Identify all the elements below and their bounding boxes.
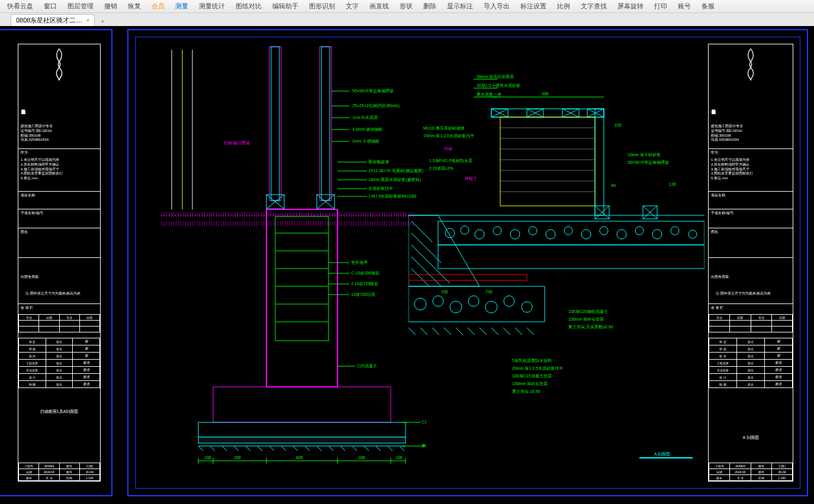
- svg-rect-140: [408, 286, 545, 322]
- svg-text:150mm 厚碎石垫层: 150mm 厚碎石垫层: [568, 317, 604, 321]
- meta-table-left: 工程号JK0903图号J·(页) 日期2024.03图号JD-04 版本专 业比…: [18, 463, 100, 481]
- menu-text[interactable]: 文字: [341, 1, 363, 12]
- svg-rect-23: [198, 422, 406, 437]
- svg-line-138: [411, 257, 441, 286]
- menu-undo[interactable]: 撤销: [99, 1, 122, 12]
- tab-title: 0808东星社区骑才二…: [16, 16, 82, 25]
- sig-table-left: 专业日期专业日期: [18, 314, 100, 332]
- svg-text:2.找坡层≥2%: 2.找坡层≥2%: [429, 166, 453, 170]
- svg-point-147: [522, 302, 532, 312]
- svg-point-144: [468, 296, 479, 306]
- svg-point-130: [635, 227, 644, 235]
- svg-point-122: [493, 227, 501, 235]
- menu-print[interactable]: 打印: [649, 1, 672, 12]
- svg-text:50×50×5等边角钢焊接: 50×50×5等边角钢焊接: [352, 89, 394, 93]
- svg-point-133: [688, 230, 697, 238]
- menu-redo[interactable]: 恢复: [123, 1, 146, 12]
- section-left: 100 200 800 200 100 50×50×5等边角钢焊接 25×25×…: [154, 44, 426, 470]
- menu-layers[interactable]: 图层管理: [63, 1, 98, 12]
- menu-compare[interactable]: 图纸对比: [231, 1, 266, 12]
- svg-text:10mm 厚干粉砂浆: 10mm 厚干粉砂浆: [628, 153, 661, 157]
- menu-account[interactable]: 账号: [673, 1, 696, 12]
- svg-line-135: [411, 221, 432, 242]
- svg-text:2 16@150纵筋: 2 16@150纵筋: [351, 282, 378, 286]
- menu-rotate[interactable]: 屏幕旋转: [613, 1, 648, 12]
- menu-measure-stats[interactable]: 测量统计: [194, 1, 230, 12]
- svg-point-141: [414, 298, 426, 310]
- svg-text:种植土: 种植土: [465, 176, 477, 180]
- svg-text:100: 100: [204, 455, 211, 460]
- tab-add-button[interactable]: +: [97, 17, 108, 26]
- tab-bar: 0808东星社区骑才二… × +: [0, 13, 814, 26]
- menu-textfind[interactable]: 文字查找: [576, 1, 612, 12]
- menu-shape-recog[interactable]: 图形识别: [304, 1, 340, 12]
- tb-notes: 1.未注明尺寸以现场为准2.所有材料须经甲方确认 3.施工前须核对现场尺寸4.图…: [21, 158, 98, 181]
- svg-text:12@150拉筋: 12@150拉筋: [351, 292, 375, 296]
- grass-line: [160, 212, 414, 217]
- svg-text:1.5厚PVC-P卷材防水层: 1.5厚PVC-P卷材防水层: [429, 159, 472, 163]
- svg-text:素水泥浆一道: 素水泥浆一道: [477, 92, 501, 96]
- tb-info: 建筑施工图设计专业证书编号:闽CJ2016 邮编:350108传真:025983…: [21, 124, 98, 143]
- svg-text:水泥砂浆找平: 水泥砂浆找平: [368, 186, 393, 191]
- menu-backup[interactable]: 备服: [697, 1, 719, 12]
- svg-point-121: [475, 230, 484, 239]
- menu-show-annot[interactable]: 显示标注: [442, 1, 478, 12]
- svg-text:40: 40: [611, 183, 616, 188]
- svg-point-143: [450, 301, 462, 313]
- svg-text:100: 100: [395, 455, 403, 460]
- svg-text:面涂氟碳漆: 面涂氟碳漆: [368, 160, 389, 164]
- main-menu-bar: 快看云盘 窗口 图层管理 撤销 恢复 会员 测量 测量统计 图纸对比 编辑助手 …: [0, 0, 814, 13]
- svg-rect-14: [266, 209, 337, 387]
- menu-delete[interactable]: 删除: [419, 1, 441, 12]
- svg-rect-22: [213, 387, 391, 422]
- svg-text:500: 500: [542, 92, 549, 96]
- svg-text:150mm 厚碎石垫层: 150mm 厚碎石垫层: [512, 382, 548, 386]
- menu-clouddisk[interactable]: 快看云盘: [2, 1, 38, 12]
- svg-point-142: [433, 296, 443, 306]
- roles-table-left: 审 定签名签 审 核签名签 校 对签名签 工程负责签名签名 专业负责签名签名 设…: [18, 338, 100, 388]
- section-right: 30mm 厚花岗岩面层 30厚1:3干硬性水泥砂浆 素水泥浆一道 500 MU1…: [408, 62, 704, 476]
- menu-annot-settings[interactable]: 标注设置: [516, 1, 551, 12]
- svg-point-123: [510, 230, 520, 239]
- svg-point-129: [617, 230, 626, 239]
- menu-measure[interactable]: 测量: [170, 1, 193, 12]
- svg-text:素土夯实,压实系数≥0.90: 素土夯实,压实系数≥0.90: [568, 325, 613, 329]
- menu-shape[interactable]: 形状: [395, 1, 417, 12]
- svg-line-139: [411, 269, 429, 286]
- svg-text:挡墙: 挡墙: [444, 147, 452, 151]
- svg-text:C 10@200箍筋: C 10@200箍筋: [351, 271, 379, 275]
- svg-text:200: 200: [358, 455, 365, 460]
- svg-rect-7: [321, 47, 330, 201]
- svg-rect-24: [198, 437, 406, 443]
- svg-text:30厚1:3干硬性水泥砂浆: 30厚1:3干硬性水泥砂浆: [477, 83, 520, 88]
- svg-rect-134: [438, 245, 704, 269]
- svg-point-128: [600, 227, 608, 235]
- tab-close-icon[interactable]: ×: [86, 17, 89, 24]
- svg-text:MU10 蒸压灰砂砖砌体: MU10 蒸压灰砂砖砌体: [423, 126, 465, 131]
- meta-table-right: 工程号JK0903图号J·(页) 日期2024.03图号JD-04 版本专 业比…: [709, 463, 793, 481]
- svg-text:C25混凝土: C25混凝土: [357, 364, 377, 368]
- svg-line-137: [411, 245, 450, 283]
- svg-text:750: 750: [485, 290, 493, 294]
- menu-import-export[interactable]: 导入导出: [479, 1, 514, 12]
- svg-text:700: 700: [441, 290, 448, 294]
- svg-point-132: [671, 227, 679, 235]
- svg-text:800: 800: [296, 455, 303, 460]
- menu-edit-helper[interactable]: 编辑助手: [268, 1, 303, 12]
- svg-rect-118: [438, 221, 704, 245]
- svg-text:50×50×5等边角钢焊接: 50×50×5等边角钢焊接: [628, 160, 669, 164]
- svg-text:130: 130: [669, 182, 676, 186]
- svg-text:挡墙/破旧围墙: 挡墙/破旧围墙: [224, 141, 250, 145]
- svg-text:150厚C20钢筋混凝土: 150厚C20钢筋混凝土: [568, 309, 608, 314]
- document-tab[interactable]: 0808东星社区骑才二… ×: [11, 14, 95, 26]
- menu-window[interactable]: 窗口: [39, 1, 62, 12]
- svg-text:15mm 厚1:2.5水泥砂浆找平: 15mm 厚1:2.5水泥砂浆找平: [423, 134, 474, 138]
- titleblock-right: 福建省鼎造建筑景观有限公司 建筑施工图设计专业证书编号:闽CJ2016 邮编:3…: [708, 44, 793, 482]
- svg-point-146: [504, 296, 514, 306]
- menu-scale[interactable]: 比例: [552, 1, 575, 12]
- logo-left: [18, 44, 100, 85]
- menu-member[interactable]: 会员: [147, 1, 169, 12]
- sig-table-right: 专业日期专业日期: [709, 314, 793, 332]
- menu-line[interactable]: 画直线: [365, 1, 394, 12]
- drawing-canvas[interactable]: 福建省鼎造建筑景观有限公司 建筑施工图设计专业证书编号:闽CJ2016 邮编:3…: [0, 26, 814, 504]
